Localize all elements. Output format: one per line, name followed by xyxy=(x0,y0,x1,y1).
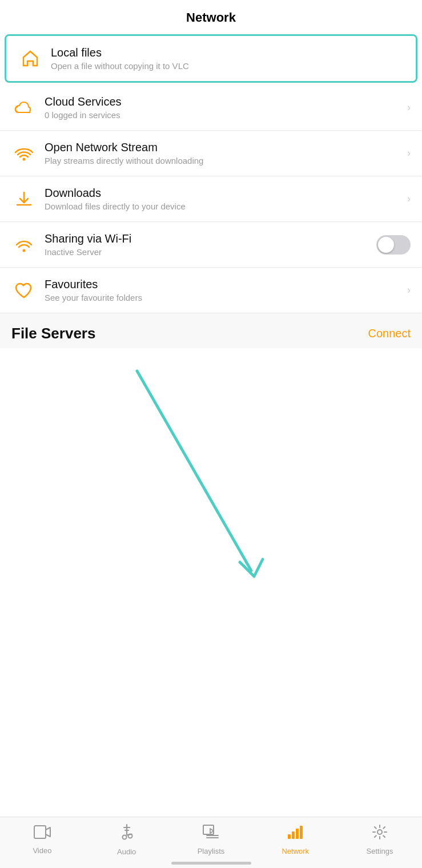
sharing-wifi-toggle[interactable] xyxy=(376,235,411,255)
cloud-services-content: Cloud Services 0 logged in services xyxy=(45,95,401,120)
favourites-title: Favourites xyxy=(45,278,401,291)
svg-point-12 xyxy=(377,830,382,834)
audio-tab-label: Audio xyxy=(117,847,136,856)
settings-tab-label: Settings xyxy=(367,847,393,855)
file-servers-section: File Servers Connect xyxy=(0,313,422,348)
network-stream-content: Open Network Stream Play streams directl… xyxy=(45,141,401,165)
menu-item-favourites[interactable]: Favourites See your favourite folders › xyxy=(0,268,422,313)
favourites-subtitle: See your favourite folders xyxy=(45,293,401,302)
cloud-services-subtitle: 0 logged in services xyxy=(45,110,401,120)
downloads-chevron: › xyxy=(407,193,411,205)
svg-rect-9 xyxy=(292,831,295,839)
svg-point-1 xyxy=(23,158,26,160)
svg-rect-10 xyxy=(296,829,299,839)
video-tab-icon xyxy=(34,825,51,843)
network-stream-subtitle: Play streams directly without downloadin… xyxy=(45,156,401,165)
connect-button[interactable]: Connect xyxy=(368,327,411,340)
svg-rect-8 xyxy=(288,834,291,839)
svg-rect-4 xyxy=(34,826,46,838)
network-tab-icon xyxy=(287,824,304,844)
settings-tab-icon xyxy=(372,824,388,844)
sharing-wifi-subtitle: Inactive Server xyxy=(45,247,371,257)
favourites-content: Favourites See your favourite folders xyxy=(45,278,401,302)
pointer-arrow xyxy=(103,360,297,599)
svg-rect-11 xyxy=(300,826,303,839)
downloads-title: Downloads xyxy=(45,187,401,200)
menu-item-sharing-wifi[interactable]: Sharing via Wi-Fi Inactive Server xyxy=(0,222,422,268)
tab-bar: Video Audio Playlists xyxy=(0,817,422,868)
tab-network[interactable]: Network xyxy=(253,817,337,862)
menu-list: Local files Open a file without copying … xyxy=(0,34,422,313)
menu-item-local-files[interactable]: Local files Open a file without copying … xyxy=(5,34,417,83)
svg-point-2 xyxy=(23,249,26,252)
cloud-services-chevron: › xyxy=(407,102,411,114)
menu-item-downloads[interactable]: Downloads Download files directly to you… xyxy=(0,176,422,222)
page-title: Network xyxy=(186,10,236,25)
audio-tab-icon xyxy=(119,823,134,845)
menu-item-network-stream[interactable]: Open Network Stream Play streams directl… xyxy=(0,131,422,176)
network-stream-chevron: › xyxy=(407,147,411,159)
svg-line-3 xyxy=(137,371,251,571)
empty-area xyxy=(0,348,422,622)
tab-settings[interactable]: Settings xyxy=(337,817,422,862)
cloud-icon xyxy=(11,99,37,117)
main-content: Network Local files Open a file without … xyxy=(0,0,422,679)
heart-icon xyxy=(11,281,37,300)
tab-video[interactable]: Video xyxy=(0,817,85,862)
sharing-wifi-content: Sharing via Wi-Fi Inactive Server xyxy=(45,232,371,257)
file-servers-title: File Servers xyxy=(11,325,95,342)
network-stream-title: Open Network Stream xyxy=(45,141,401,154)
favourites-chevron: › xyxy=(407,284,411,296)
home-indicator xyxy=(171,862,251,865)
sharing-wifi-title: Sharing via Wi-Fi xyxy=(45,232,371,245)
playlists-tab-label: Playlists xyxy=(198,847,225,855)
playlists-tab-icon xyxy=(202,824,219,844)
tab-audio[interactable]: Audio xyxy=(85,817,169,862)
tab-playlists[interactable]: Playlists xyxy=(169,817,254,862)
local-files-title: Local files xyxy=(51,46,404,59)
downloads-content: Downloads Download files directly to you… xyxy=(45,187,401,211)
video-tab-label: Video xyxy=(33,846,51,855)
svg-rect-0 xyxy=(28,61,33,66)
menu-item-cloud-services[interactable]: Cloud Services 0 logged in services › xyxy=(0,85,422,131)
wifi-signal-icon xyxy=(11,144,37,163)
downloads-subtitle: Download files directly to your device xyxy=(45,201,401,211)
page-header: Network xyxy=(0,0,422,32)
download-icon xyxy=(11,189,37,209)
network-tab-label: Network xyxy=(282,847,309,855)
home-icon xyxy=(18,49,43,69)
svg-point-5 xyxy=(122,835,126,839)
cloud-services-title: Cloud Services xyxy=(45,95,401,108)
local-files-subtitle: Open a file without copying it to VLC xyxy=(51,61,404,71)
local-files-content: Local files Open a file without copying … xyxy=(51,46,404,71)
wifi-share-icon xyxy=(11,236,37,254)
